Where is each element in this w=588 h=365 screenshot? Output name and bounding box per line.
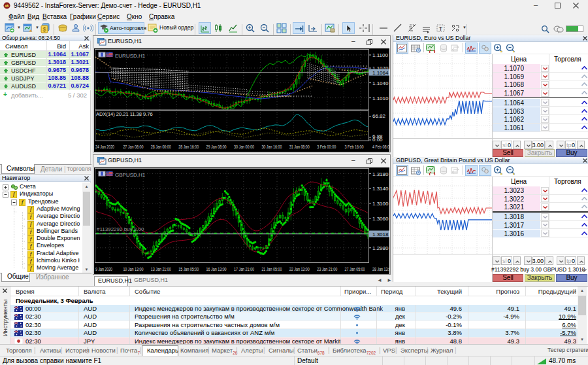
svg-text:1.3180: 1.3180: [372, 171, 389, 177]
svg-text:23 Jan 21:00: 23 Jan 21:00: [317, 267, 337, 271]
svg-text:30 Jan 00:00: 30 Jan 00:00: [234, 145, 254, 149]
svg-text:21 Jan 05:00: 21 Jan 05:00: [261, 267, 282, 271]
svg-text:1.2980: 1.2980: [372, 245, 389, 251]
svg-text:1.1040: 1.1040: [372, 80, 389, 86]
svg-text:29 Jan 08:00: 29 Jan 08:00: [206, 145, 227, 149]
svg-text:10 Jan 13:00: 10 Jan 13:00: [123, 267, 143, 271]
svg-text:4 Feb 08:00: 4 Feb 08:00: [372, 145, 389, 149]
svg-text:ADX(14) 20.21 11.38 9.76: ADX(14) 20.21 11.38 9.76: [96, 111, 153, 117]
svg-text:1.3140: 1.3140: [372, 186, 389, 192]
svg-text:1.1010: 1.1010: [372, 96, 389, 101]
svg-text:1.3100: 1.3100: [372, 201, 389, 207]
svg-text:1.3060: 1.3060: [372, 216, 389, 222]
svg-text:16 Jan 13:00: 16 Jan 13:00: [206, 267, 227, 271]
svg-text:27 Jan 05:00: 27 Jan 05:00: [345, 267, 365, 271]
svg-text:15 Jan 05:00: 15 Jan 05:00: [178, 267, 199, 271]
svg-text:T: T: [439, 26, 443, 32]
svg-text:28 Jan 16:00: 28 Jan 16:00: [178, 145, 199, 149]
svg-text:24 Jan 2020: 24 Jan 2020: [95, 145, 114, 149]
svg-text:1.3018: 1.3018: [372, 232, 389, 237]
svg-text:9 Jan 2020: 9 Jan 2020: [95, 267, 112, 271]
svg-text:3 Feb 16:00: 3 Feb 16:00: [345, 145, 364, 149]
svg-text:EURUSD,H1: EURUSD,H1: [115, 53, 146, 59]
svg-text:66.82: 66.82: [372, 113, 386, 119]
svg-text:30 Jan 16:00: 30 Jan 16:00: [261, 145, 282, 149]
svg-text:GBPUSD,H1: GBPUSD,H1: [115, 172, 146, 178]
svg-text:22 Jan 13:00: 22 Jan 13:00: [289, 267, 310, 271]
svg-text:#11392292 buy 3.00: #11392292 buy 3.00: [97, 226, 144, 232]
svg-text:3 Feb 00:00: 3 Feb 00:00: [317, 145, 336, 149]
svg-text:17 Jan 21:00: 17 Jan 21:00: [234, 267, 254, 271]
svg-text:13 Jan 21:00: 13 Jan 21:00: [151, 267, 171, 271]
svg-text:27 Jan 08:00: 27 Jan 08:00: [123, 145, 143, 149]
svg-text:31 Jan 08:00: 31 Jan 08:00: [289, 145, 310, 149]
svg-text:0.00: 0.00: [372, 137, 383, 143]
svg-text:1.1064: 1.1064: [372, 70, 389, 76]
svg-text:1.1100: 1.1100: [372, 52, 388, 58]
svg-text:$: $: [42, 26, 46, 33]
svg-text:28 Jan 00:00: 28 Jan 00:00: [151, 145, 171, 149]
svg-text:28 Jan 13:00: 28 Jan 13:00: [372, 267, 389, 271]
